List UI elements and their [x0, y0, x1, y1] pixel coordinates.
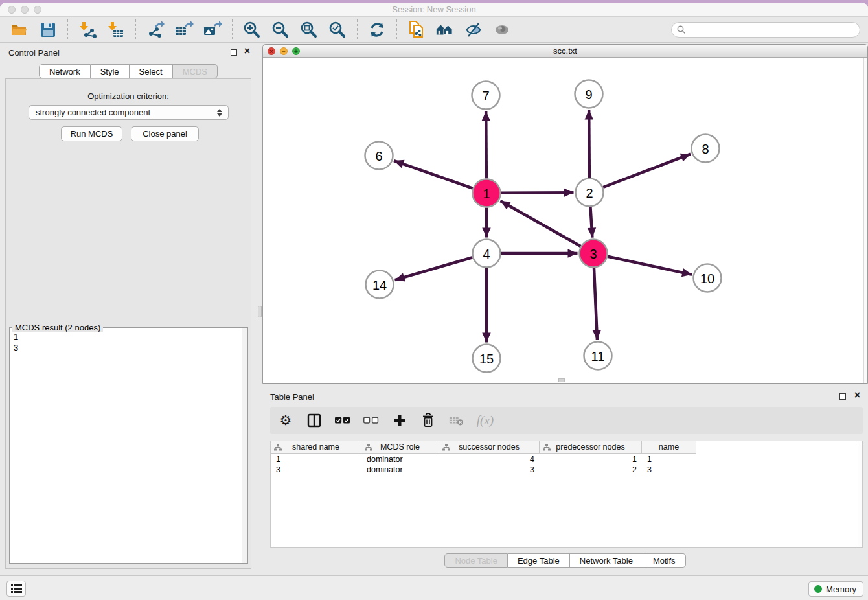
- cell-shared-name[interactable]: 1: [271, 454, 361, 465]
- node-8[interactable]: 8: [692, 135, 720, 163]
- tab-style[interactable]: Style: [91, 64, 130, 78]
- import-table-icon[interactable]: [106, 20, 126, 40]
- table-row[interactable]: 3dominator323: [271, 465, 696, 475]
- tab-node-table[interactable]: Node Table: [444, 553, 508, 568]
- svg-text:3: 3: [589, 247, 597, 261]
- add-row-icon[interactable]: [392, 413, 407, 428]
- node-9[interactable]: 9: [575, 80, 603, 108]
- node-14[interactable]: 14: [366, 271, 394, 299]
- edge-3-11[interactable]: [594, 268, 597, 340]
- status-bar: Memory: [0, 575, 868, 600]
- table-float-icon[interactable]: [839, 393, 846, 400]
- cell-successor-nodes[interactable]: 4: [439, 454, 540, 465]
- save-session-icon[interactable]: [38, 20, 58, 40]
- cell-predecessor-nodes[interactable]: 1: [540, 454, 642, 465]
- optimization-criterion-select[interactable]: strongly connected component: [29, 105, 229, 120]
- column-header-MCDS-role[interactable]: MCDS role: [361, 441, 439, 453]
- edge-3-10[interactable]: [608, 257, 692, 275]
- edge-1-6[interactable]: [394, 161, 473, 188]
- cell-shared-name[interactable]: 3: [271, 465, 361, 475]
- tab-motifs[interactable]: Motifs: [643, 553, 686, 568]
- task-history-button[interactable]: [6, 581, 26, 597]
- svg-text:1: 1: [483, 187, 490, 201]
- delete-row-icon[interactable]: [420, 413, 436, 428]
- network-graph[interactable]: 7968124314101511: [263, 58, 867, 383]
- tab-network[interactable]: Network: [39, 64, 91, 78]
- edge-2-3[interactable]: [590, 207, 592, 237]
- close-panel-icon[interactable]: ×: [244, 45, 250, 57]
- network-horizontal-scroll-handle[interactable]: [558, 378, 565, 382]
- column-header-name[interactable]: name: [642, 441, 696, 453]
- deselect-all-icon[interactable]: [363, 413, 379, 428]
- show-all-networks-icon[interactable]: [435, 20, 455, 40]
- close-panel-button[interactable]: Close panel: [131, 126, 199, 141]
- edge-4-14[interactable]: [395, 257, 473, 280]
- result-scrollbar[interactable]: [242, 328, 247, 563]
- column-header-shared-name[interactable]: shared name: [271, 441, 361, 453]
- run-mcds-button[interactable]: Run MCDS: [61, 126, 122, 141]
- cell-name[interactable]: 1: [642, 454, 696, 465]
- cell-MCDS-role[interactable]: dominator: [361, 454, 439, 465]
- panel-splitter-handle[interactable]: [258, 306, 262, 317]
- export-image-icon[interactable]: [203, 20, 222, 40]
- control-panel-header: Control Panel ×: [0, 43, 257, 62]
- column-header-successor-nodes[interactable]: successor nodes: [439, 441, 540, 453]
- float-panel-icon[interactable]: [231, 49, 237, 56]
- node-10[interactable]: 10: [694, 264, 722, 292]
- show-selected-icon[interactable]: [492, 20, 512, 40]
- cell-MCDS-role[interactable]: dominator: [361, 465, 439, 475]
- search-field[interactable]: [671, 22, 860, 38]
- node-table[interactable]: shared nameMCDS rolesuccessor nodesprede…: [270, 441, 863, 548]
- select-all-icon[interactable]: [335, 413, 350, 428]
- node-7[interactable]: 7: [472, 82, 500, 110]
- node-4[interactable]: 4: [473, 240, 501, 268]
- cell-predecessor-nodes[interactable]: 2: [540, 465, 642, 475]
- edge-1-7[interactable]: [486, 111, 486, 178]
- zoom-out-icon[interactable]: [271, 20, 290, 40]
- edge-2-9[interactable]: [589, 110, 589, 178]
- node-11[interactable]: 11: [584, 342, 612, 370]
- refresh-icon[interactable]: [367, 20, 387, 40]
- edge-3-1[interactable]: [500, 201, 580, 246]
- svg-text:14: 14: [372, 278, 387, 292]
- tab-edge-table[interactable]: Edge Table: [508, 553, 570, 568]
- tab-network-table[interactable]: Network Table: [570, 553, 643, 568]
- mcds-result-text: 1 3: [14, 331, 18, 353]
- network-window-titlebar[interactable]: × − + scc.txt: [263, 45, 867, 58]
- hide-selected-icon[interactable]: [464, 20, 483, 40]
- svg-text:7: 7: [482, 89, 489, 103]
- table-vertical-scrollbar[interactable]: [858, 441, 862, 547]
- network-window-title: scc.txt: [263, 46, 867, 56]
- zoom-selected-icon[interactable]: [328, 20, 347, 40]
- table-row[interactable]: 1dominator411: [271, 454, 696, 465]
- network-vertical-scrollbar[interactable]: [863, 58, 867, 383]
- node-15[interactable]: 15: [473, 345, 501, 373]
- column-header-predecessor-nodes[interactable]: predecessor nodes: [540, 441, 642, 453]
- import-network-icon[interactable]: [78, 20, 97, 40]
- zoom-fit-icon[interactable]: [299, 20, 319, 40]
- copy-style-icon[interactable]: [407, 20, 426, 40]
- open-session-icon[interactable]: [10, 20, 29, 40]
- node-3[interactable]: 3: [580, 240, 608, 268]
- table-close-icon[interactable]: ×: [854, 389, 860, 401]
- node-1[interactable]: 1: [473, 179, 501, 207]
- tab-select[interactable]: Select: [130, 64, 173, 78]
- cell-successor-nodes[interactable]: 3: [439, 465, 540, 475]
- tab-mcds[interactable]: MCDS: [173, 64, 218, 78]
- edge-1-2[interactable]: [501, 192, 573, 193]
- node-6[interactable]: 6: [365, 142, 393, 170]
- table-settings-icon[interactable]: ⚙: [278, 413, 293, 428]
- search-input[interactable]: [689, 25, 854, 34]
- edge-2-8[interactable]: [603, 154, 691, 187]
- export-table-icon[interactable]: [174, 20, 194, 40]
- zoom-in-icon[interactable]: [242, 20, 262, 40]
- cell-name[interactable]: 3: [642, 465, 696, 475]
- control-panel: Control Panel × NetworkStyleSelectMCDS O…: [0, 43, 257, 575]
- table-panel-tabs: Node TableEdge TableNetwork TableMotifs: [262, 553, 868, 568]
- show-columns-icon[interactable]: [306, 413, 322, 428]
- memory-button[interactable]: Memory: [808, 581, 863, 597]
- network-canvas[interactable]: 7968124314101511: [263, 58, 867, 383]
- node-2[interactable]: 2: [576, 179, 604, 207]
- export-network-icon[interactable]: [146, 20, 165, 40]
- delete-table-icon: [449, 413, 464, 428]
